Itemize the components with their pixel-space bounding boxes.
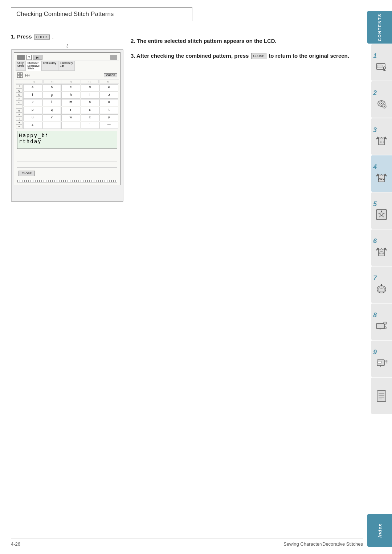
char-j[interactable]: J [99, 92, 118, 99]
char-i[interactable]: i [81, 92, 99, 99]
nav-dash[interactable]: — [16, 105, 23, 109]
char-l[interactable]: l [42, 99, 61, 106]
char-e[interactable]: e [99, 84, 118, 91]
decorative-shirt-icon [375, 245, 388, 258]
char-h[interactable]: h [61, 92, 80, 99]
char-empty2[interactable] [61, 122, 80, 129]
char-n[interactable]: n [81, 99, 99, 106]
nav-top[interactable]: ⊥ [16, 84, 23, 89]
lcd-tab-edit[interactable]: EmbroideryEdit [58, 61, 75, 71]
contents-label: CONTENTS [377, 13, 382, 41]
sidebar-tab-5[interactable]: 5 [371, 192, 392, 229]
nav-c[interactable]: ∩ [16, 97, 23, 101]
char-endash[interactable]: — [99, 122, 118, 129]
check-button-inline[interactable]: CHECK [34, 34, 50, 40]
sidebar-tab-index[interactable]: Index [367, 514, 392, 547]
svg-rect-19 [376, 323, 384, 329]
lcd-close-button[interactable]: CLOSE [19, 171, 35, 176]
svg-point-7 [381, 103, 382, 104]
right-column: 2. The entire selected stitch pattern ap… [131, 30, 356, 202]
char-a[interactable]: a [23, 84, 42, 91]
step3-prefix: 3. After checking the combined pattern, … [131, 53, 249, 59]
sidebar: CONTENTS 1 2 3 4 [367, 0, 392, 554]
text-line1: Happy_bi [19, 133, 115, 138]
char-v[interactable]: v [42, 114, 61, 122]
sidebar-tab-contents[interactable]: CONTENTS [367, 11, 392, 44]
char-p[interactable]: p [23, 107, 42, 114]
svg-point-17 [378, 287, 385, 292]
lcd-tab-row: UtilityStitch CharacterDecorativeStitch … [16, 61, 119, 71]
sidebar-tab-6[interactable]: 6 [371, 229, 392, 266]
svg-rect-20 [384, 322, 387, 324]
char-grid: a b c d e f g h i J k l m [23, 84, 119, 129]
sidebar-tab-1[interactable]: 1 [371, 44, 392, 81]
step1-text: 1. Press CHECK . [11, 33, 54, 40]
char-z[interactable]: z [23, 122, 42, 129]
char-c[interactable]: c [61, 84, 80, 91]
tab-number-2: 2 [371, 89, 377, 97]
char-r[interactable]: r [61, 107, 80, 114]
nav-q[interactable]: Q [16, 89, 23, 93]
sidebar-tab-4[interactable]: 4 ABC [371, 155, 392, 192]
lcd-inner: ? ▶| UtilityStitch CharacterDecorativeSt… [14, 52, 121, 185]
sidebar-tab-3[interactable]: 3 [371, 118, 392, 155]
char-apostrophe[interactable]: ' [81, 122, 99, 129]
stitch-star-icon [375, 208, 388, 221]
sewing-machine-2-icon [375, 319, 388, 332]
footer: 4-26 Sewing Character/Decorative Stitche… [11, 538, 363, 547]
nav-down[interactable]: ↓ [16, 117, 23, 121]
svg-text:ABC: ABC [378, 177, 385, 180]
char-q[interactable]: q [42, 107, 61, 114]
nav-corner[interactable]: ⌐ [16, 113, 23, 117]
char-t[interactable]: t [99, 107, 118, 114]
char-m[interactable]: m [61, 99, 80, 106]
tab-number-4: 4 [371, 163, 377, 171]
lcd-check-button[interactable]: CHECK [104, 73, 117, 77]
char-g[interactable]: g [42, 92, 61, 99]
close-button-inline[interactable]: CLOSE [251, 53, 267, 60]
char-f[interactable]: f [23, 92, 42, 99]
machine-3-icon: ?! [375, 356, 388, 369]
lcd-tab-utility[interactable]: UtilityStitch [16, 61, 26, 71]
nav-lt[interactable]: < [16, 101, 23, 105]
tab-number-8: 8 [371, 311, 377, 319]
char-x[interactable]: x [81, 114, 99, 122]
char-area: ⊥ Q D ∩ < — σ ⌐ ↓ + ⊣ [16, 84, 119, 129]
nav-sub[interactable]: ⊣ [16, 125, 23, 129]
nav-plus[interactable]: + [16, 121, 23, 125]
sidebar-tab-7[interactable]: 7 [371, 266, 392, 303]
char-b[interactable]: b [42, 84, 61, 91]
svg-rect-35 [20, 76, 23, 78]
char-k[interactable]: k [23, 99, 42, 106]
svg-rect-32 [17, 73, 20, 75]
footer-page: 4-26 [11, 541, 20, 547]
tab-number-1: 1 [371, 52, 377, 60]
step3-suffix: to return to the original screen. [269, 53, 349, 59]
shirt-stitch-icon [375, 134, 388, 147]
svg-text:+: + [26, 74, 27, 76]
char-d[interactable]: d [81, 84, 99, 91]
nav-sigma[interactable]: σ [16, 109, 23, 113]
char-o[interactable]: o [99, 99, 118, 106]
char-y[interactable]: y [99, 114, 118, 122]
char-u[interactable]: u [23, 114, 42, 122]
page-title: Checking Combined Stitch Patterns [16, 11, 114, 17]
nav-d[interactable]: D [16, 93, 23, 97]
char-s[interactable]: s [81, 107, 99, 114]
sidebar-tab-2[interactable]: 2 [371, 81, 392, 118]
stitch-icons: + + [17, 72, 30, 78]
char-w[interactable]: w [61, 114, 80, 122]
lcd-tab-character[interactable]: CharacterDecorativeStitch [26, 61, 41, 71]
lcd-tab-embroidery[interactable]: Embroidery [41, 61, 58, 71]
side-nav: ⊥ Q D ∩ < — σ ⌐ ↓ + ⊣ [16, 84, 23, 129]
text-line2: rthday [19, 138, 115, 144]
lcd-screen: ? ▶| UtilityStitch CharacterDecorativeSt… [11, 49, 123, 202]
char-empty1[interactable] [42, 122, 61, 129]
menu-icon-3: ▶| [33, 55, 42, 60]
svg-rect-27 [377, 391, 386, 402]
sidebar-tab-9[interactable]: 9 ?! [371, 341, 392, 377]
sidebar-tab-notes[interactable] [371, 378, 392, 414]
footer-title: Sewing Character/Decorative Stitches [283, 541, 363, 547]
sidebar-tab-8[interactable]: 8 [371, 304, 392, 340]
main-content: Checking Combined Stitch Patterns 1. Pre… [0, 0, 367, 554]
